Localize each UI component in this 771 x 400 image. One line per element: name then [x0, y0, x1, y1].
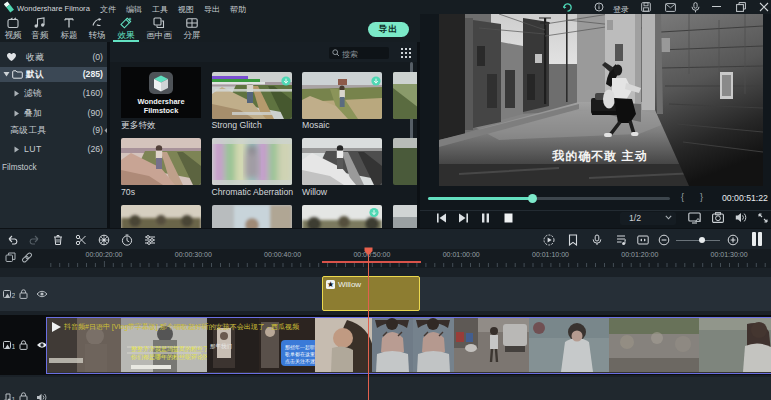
svg-text:1: 1 [11, 396, 15, 400]
svg-text:你们都是哪年的粉丝呢评论区: 你们都是哪年的粉丝呢评论区 [131, 353, 209, 361]
svg-text:1: 1 [12, 343, 15, 350]
svg-text:那年我们: 那年我们 [210, 343, 232, 350]
svg-text:抖音频#日语中 [Vlog带字幕版] 那个唱歌超好听的女孩不: 抖音频#日语中 [Vlog带字幕版] 那个唱歌超好听的女孩不会出现了 - 西瓜视… [63, 323, 300, 331]
svg-text:整整齐齐我是冯提莫的粉丝了: 整整齐齐我是冯提莫的粉丝了 [131, 345, 209, 353]
svg-text:我的确不敢 主动: 我的确不敢 主动 [551, 149, 647, 163]
svg-text:2: 2 [12, 292, 15, 299]
svg-text:Filmstock: Filmstock [144, 106, 179, 115]
svg-text:Wondershare: Wondershare [137, 97, 184, 106]
